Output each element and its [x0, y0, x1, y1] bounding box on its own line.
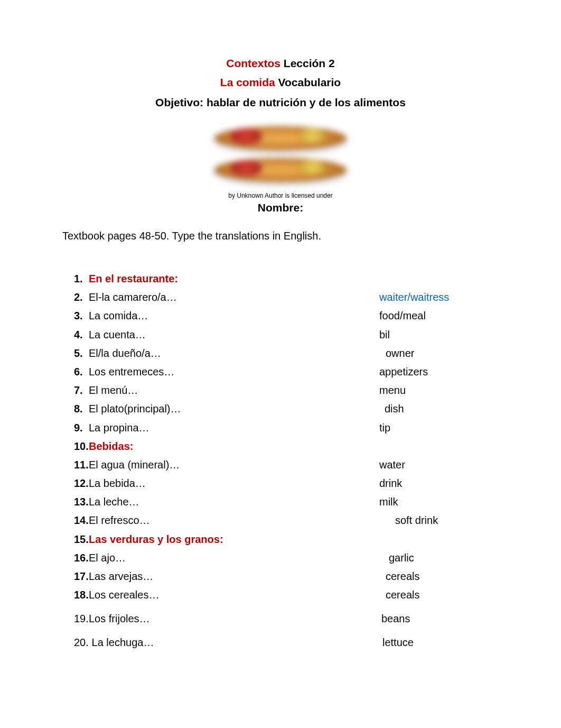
vocab-term: Los cereales… [89, 589, 159, 601]
vocab-term: Las arvejas… [89, 570, 153, 582]
vocab-term: El agua (mineral)… [89, 459, 180, 471]
vocab-row: 17.Las arvejas…cereals [74, 569, 499, 584]
title-red-1: Contextos [226, 57, 280, 69]
vocab-row: 1.En el restaurante: [74, 272, 499, 286]
vocab-term: Las verduras y los granos: [89, 533, 223, 545]
vocab-row: 13.La leche…milk [74, 495, 499, 509]
item-number: 3. [74, 309, 89, 323]
item-number: 19. [74, 612, 89, 626]
food-plate-icon [214, 126, 347, 150]
food-plates-image [199, 118, 362, 190]
item-number: 6. [74, 365, 89, 379]
vocab-term: La lechuga… [89, 637, 154, 648]
item-number: 12. [74, 476, 89, 491]
vocab-translation: drink [379, 476, 402, 491]
vocab-term: Bebidas: [89, 440, 133, 452]
vocab-term: El plato(principal)… [89, 403, 181, 414]
item-number: 15. [74, 532, 89, 547]
title-black-1: Lección 2 [284, 57, 335, 69]
vocab-row: 5.El/la dueño/a…owner [74, 346, 499, 361]
vocab-term: La bebida… [89, 477, 146, 489]
vocab-row: 10.Bebidas: [74, 439, 499, 454]
vocab-translation: food/meal [379, 309, 426, 323]
instruction-text: Textbook pages 48-50. Type the translati… [62, 230, 499, 242]
vocab-translation: menu [379, 383, 406, 398]
vocab-row: 15.Las verduras y los granos: [74, 532, 499, 547]
vocab-term: La propina… [89, 422, 149, 434]
objective-text: Objetivo: hablar de nutrición y de los a… [155, 96, 406, 108]
item-number: 2. [74, 290, 89, 305]
item-number: 11. [74, 458, 89, 472]
vocab-translation: cereals [379, 588, 419, 602]
item-number: 4. [74, 328, 89, 342]
vocab-translation: waiter/waitress [379, 290, 449, 305]
vocab-translation: beans [379, 612, 410, 626]
vocab-term: La cuenta… [89, 329, 146, 340]
vocab-row: 14.El refresco…soft drink [74, 513, 499, 528]
title-line-3: Objetivo: hablar de nutrición y de los a… [62, 96, 499, 109]
vocab-row: 20. La lechuga…lettuce [74, 635, 499, 650]
item-number: 13. [74, 495, 89, 509]
vocab-translation: tip [379, 421, 390, 435]
vocab-term: El refresco… [89, 514, 150, 526]
vocab-term: Los entremeces… [89, 366, 174, 377]
item-number: 5. [74, 346, 89, 361]
vocab-term: En el restaurante: [89, 273, 178, 284]
vocab-translation: dish [379, 402, 404, 416]
vocab-translation: appetizers [379, 365, 428, 379]
item-number: 16. [74, 551, 89, 565]
vocab-translation: bil [379, 328, 390, 342]
item-number: 18. [74, 588, 89, 602]
vocab-term: El ajo… [89, 552, 126, 564]
item-number: 8. [74, 402, 89, 416]
vocab-row: 7.El menú…menu [74, 383, 499, 398]
vocabulary-list: 1.En el restaurante:2.El-la camarero/a…w… [62, 272, 499, 650]
item-number: 9. [74, 421, 89, 435]
vocab-row: 6.Los entremeces…appetizers [74, 365, 499, 379]
vocab-term: Los frijoles… [89, 613, 150, 624]
item-number: 20. [74, 635, 89, 650]
item-number: 10. [74, 439, 89, 454]
item-number: 17. [74, 569, 89, 584]
vocab-row: 9.La propina…tip [74, 421, 499, 435]
vocab-term: La leche… [89, 496, 139, 508]
vocab-term: El menú… [89, 384, 138, 396]
title-black-2: Vocabulario [278, 76, 341, 88]
vocab-translation: cereals [379, 569, 419, 584]
vocab-translation: soft drink [379, 513, 438, 528]
item-number: 14. [74, 513, 89, 528]
vocab-term: El/la dueño/a… [89, 347, 161, 359]
vocab-translation: milk [379, 495, 398, 509]
title-line-2: La comida Vocabulario [62, 76, 499, 89]
vocab-row: 12.La bebida…drink [74, 476, 499, 491]
vocab-term: El-la camarero/a… [89, 291, 177, 303]
vocab-row: 11.El agua (mineral)…water [74, 458, 499, 472]
vocab-translation: water [379, 458, 405, 472]
vocab-term: La comida… [89, 310, 148, 321]
vocab-row: 3.La comida…food/meal [74, 309, 499, 323]
vocab-translation: owner [379, 346, 414, 361]
image-caption: by Unknown Author is licensed under [62, 192, 499, 199]
vocab-row: 19.Los frijoles…beans [74, 612, 499, 626]
item-number: 1. [74, 272, 89, 286]
image-container: by Unknown Author is licensed under [62, 118, 499, 199]
nombre-label: Nombre: [62, 201, 499, 214]
vocab-translation: lettuce [379, 635, 414, 650]
document-header: Contextos Lección 2 La comida Vocabulari… [62, 57, 499, 109]
vocab-row: 2.El-la camarero/a…waiter/waitress [74, 290, 499, 305]
item-number: 7. [74, 383, 89, 398]
vocab-row: 18.Los cereales…cereals [74, 588, 499, 602]
vocab-row: 16.El ajo…garlic [74, 551, 499, 565]
vocab-translation: garlic [379, 551, 414, 565]
vocab-row: 4.La cuenta…bil [74, 328, 499, 342]
title-red-2: La comida [220, 76, 275, 88]
title-line-1: Contextos Lección 2 [62, 57, 499, 70]
food-plate-icon [214, 158, 347, 182]
vocab-row: 8.El plato(principal)…dish [74, 402, 499, 416]
